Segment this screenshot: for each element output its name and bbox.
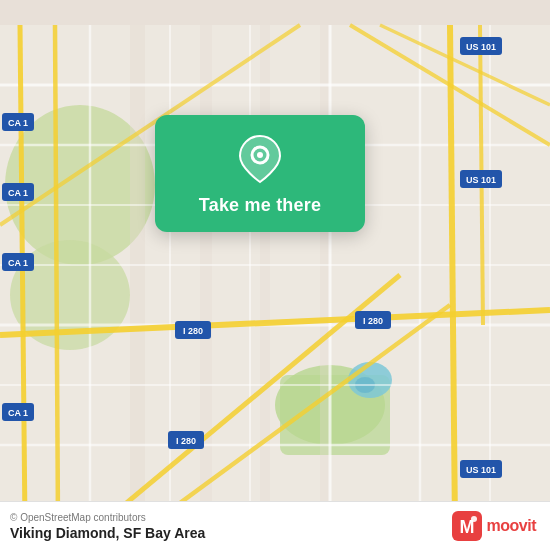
take-me-there-card[interactable]: Take me there bbox=[155, 115, 365, 232]
svg-rect-7 bbox=[130, 25, 145, 525]
moovit-logo-icon: M bbox=[452, 511, 482, 541]
svg-text:US 101: US 101 bbox=[466, 42, 496, 52]
svg-point-55 bbox=[257, 152, 263, 158]
svg-line-25 bbox=[55, 25, 58, 525]
svg-point-58 bbox=[471, 516, 477, 522]
location-icon-wrapper bbox=[234, 133, 286, 185]
moovit-text: moovit bbox=[487, 517, 536, 535]
location-name: Viking Diamond, SF Bay Area bbox=[10, 525, 205, 541]
moovit-logo[interactable]: M moovit bbox=[452, 511, 536, 541]
svg-text:CA 1: CA 1 bbox=[8, 118, 28, 128]
svg-rect-8 bbox=[200, 25, 212, 525]
bottom-bar: © OpenStreetMap contributors Viking Diam… bbox=[0, 501, 550, 550]
svg-text:CA 1: CA 1 bbox=[8, 188, 28, 198]
svg-text:I 280: I 280 bbox=[363, 316, 383, 326]
svg-text:I 280: I 280 bbox=[176, 436, 196, 446]
bottom-left-info: © OpenStreetMap contributors Viking Diam… bbox=[10, 512, 205, 541]
map-container: US 101 US 101 US 101 I 280 I 280 CA 1 CA… bbox=[0, 0, 550, 550]
svg-text:CA 1: CA 1 bbox=[8, 408, 28, 418]
svg-text:US 101: US 101 bbox=[466, 465, 496, 475]
take-me-there-label: Take me there bbox=[199, 195, 321, 216]
svg-text:US 101: US 101 bbox=[466, 175, 496, 185]
svg-text:I 280: I 280 bbox=[183, 326, 203, 336]
svg-rect-9 bbox=[260, 25, 270, 525]
attribution-text: © OpenStreetMap contributors bbox=[10, 512, 205, 523]
location-pin-icon bbox=[238, 134, 282, 184]
svg-text:CA 1: CA 1 bbox=[8, 258, 28, 268]
map-background: US 101 US 101 US 101 I 280 I 280 CA 1 CA… bbox=[0, 0, 550, 550]
